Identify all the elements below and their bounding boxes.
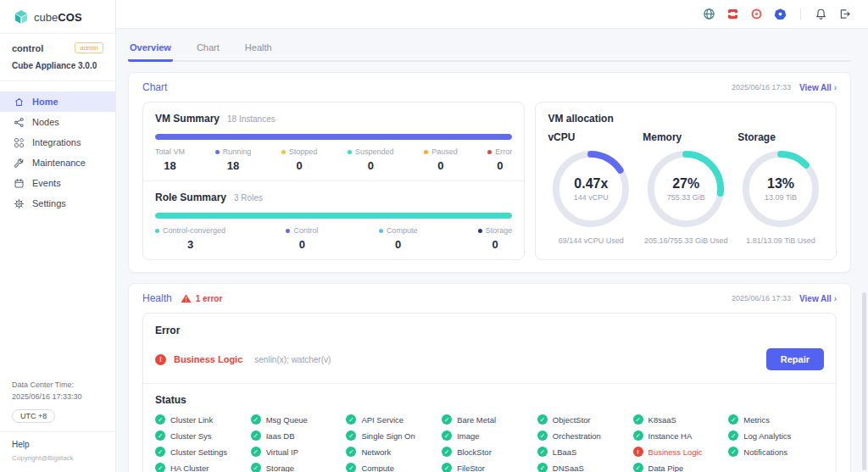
sidebar-item-nodes[interactable]: Nodes [0, 112, 115, 132]
help-link[interactable]: Help [12, 440, 103, 449]
status-label: HA Cluster [170, 464, 209, 472]
status-item: BlockStor [442, 447, 537, 457]
sidebar: cubeCOS control admin Cube Appliance 3.0… [0, 0, 116, 472]
sidebar-item-maintenance[interactable]: Maintenance [0, 153, 115, 173]
status-label: Single Sign On [361, 431, 415, 441]
nodes-icon [14, 117, 25, 128]
user-block: control admin Cube Appliance 3.0.0 [0, 34, 115, 81]
status-label: Storage [266, 464, 294, 472]
status-item: Iaas DB [251, 430, 347, 441]
vm-stat: Suspended 0 [348, 147, 394, 172]
topbar [116, 0, 868, 29]
vm-stat: Paused 0 [424, 147, 458, 172]
gauge: Storage 13% 13.09 TiB [737, 131, 824, 245]
cube-logo-icon [14, 9, 29, 25]
legend-dot [281, 150, 286, 154]
datacenter-time-block: Data Center Time: 2025/06/16 17:33:30 UT… [0, 371, 115, 431]
scrollbar[interactable] [862, 292, 866, 470]
chart-panel-title: Chart [142, 81, 167, 93]
sidebar-item-events[interactable]: Events [0, 173, 115, 193]
status-label: Virtual IP [266, 447, 298, 457]
legend-dot [487, 150, 492, 154]
stat-label: Control [293, 226, 318, 235]
status-item: ObjectStor [537, 414, 633, 425]
bell-icon[interactable] [815, 8, 827, 20]
status-label: API Service [361, 415, 403, 425]
settings-icon [14, 198, 25, 209]
gauge: Memory 27% 755.33 GiB [643, 131, 729, 245]
tab-chart[interactable]: Chart [195, 36, 221, 62]
gauge-capacity: 13.09 TiB [765, 193, 797, 202]
status-item: Compute [346, 463, 442, 472]
home-icon [14, 97, 25, 108]
sidebar-item-label: Nodes [32, 117, 59, 127]
kubernetes-icon[interactable] [774, 8, 787, 20]
status-label: Bare Metal [457, 415, 496, 425]
check-circle-icon [633, 430, 643, 441]
status-item: DNSaaS [537, 463, 633, 472]
sidebar-item-settings[interactable]: Settings [0, 193, 115, 214]
summary-card: VM Summary 18 Instances Total VM 18 [142, 102, 525, 260]
gauge: vCPU 0.47x 144 vCPU [548, 131, 634, 245]
logout-icon[interactable] [838, 8, 851, 20]
role-summary-stats: Control-converged 3 Control 0 [155, 226, 512, 251]
status-item: Metrics [728, 414, 824, 425]
status-label: Msg Queue [266, 415, 308, 425]
role-summary-block: Role Summary 3 Roles Control-converged 3 [143, 180, 524, 259]
chart-view-all-link[interactable]: View All [799, 83, 837, 92]
gauge-capacity: 144 vCPU [574, 193, 609, 202]
tab-health[interactable]: Health [243, 36, 274, 62]
status-label: BlockStor [457, 447, 492, 457]
stat-value: 18 [164, 159, 175, 172]
app-logo[interactable]: cubeCOS [0, 0, 115, 34]
status-label: DNSaaS [553, 464, 584, 472]
error-count: 1 error [196, 294, 223, 303]
check-circle-icon [346, 447, 356, 457]
sidebar-item-integrations[interactable]: Integrations [0, 132, 115, 153]
check-circle-icon [537, 447, 548, 457]
stat-label: Suspended [355, 147, 394, 156]
vm-summary-title: VM Summary [155, 113, 220, 125]
chart-panel: Chart 2025/06/16 17:33 View All VM Summa… [128, 72, 851, 273]
status-grid: Cluster Link Msg Queue [155, 414, 824, 472]
check-circle-icon [728, 447, 738, 457]
check-circle-icon [442, 414, 452, 425]
gauge-usage-caption: 1.81/13.09 TiB Used [746, 236, 815, 245]
status-item: Msg Queue [251, 414, 347, 425]
health-view-all-link[interactable]: View All [799, 294, 837, 303]
check-circle-icon [442, 447, 452, 457]
vm-allocation-card: VM allocation vCPU [535, 102, 837, 260]
status-label: Data Pipe [648, 464, 684, 472]
globe-icon[interactable] [703, 8, 715, 20]
integrations-icon [14, 137, 25, 148]
role-stat: Control-converged 3 [155, 226, 225, 251]
gauge-value: 13% [767, 176, 794, 192]
appliance-version: Cube Appliance 3.0.0 [12, 61, 103, 70]
logo-text-cube: cube [34, 11, 58, 24]
ceph-icon[interactable] [750, 8, 763, 20]
role-summary-bar [155, 213, 512, 219]
status-label: Metrics [743, 415, 770, 425]
datacenter-time-value: 2025/06/16 17:33:30 [12, 391, 103, 403]
help-block: Help Copyright@Bigstack [0, 431, 115, 472]
status-label: Log Analytics [743, 431, 791, 441]
role-stat: Control 0 [286, 226, 318, 251]
status-label: Compute [361, 464, 394, 472]
sidebar-item-home[interactable]: Home [0, 92, 115, 112]
tab-overview[interactable]: Overview [128, 36, 173, 62]
vm-stat: Total VM 18 [155, 147, 185, 172]
error-service-name: Business Logic [174, 354, 242, 364]
check-circle-icon [537, 430, 548, 441]
openstack-icon[interactable] [726, 8, 739, 20]
repair-button[interactable]: Repair [766, 348, 824, 370]
stat-value: 0 [395, 238, 401, 251]
status-item: K8saaS [633, 414, 729, 425]
legend-dot [348, 150, 352, 154]
role-stat: Compute 0 [379, 226, 418, 251]
status-label: Network [361, 447, 391, 457]
role-summary-title: Role Summary [155, 192, 226, 203]
status-item: Orchestration [537, 430, 633, 441]
status-item: Data Pipe [633, 463, 729, 472]
check-circle-icon [442, 463, 452, 472]
status-item: HA Cluster [155, 463, 251, 472]
